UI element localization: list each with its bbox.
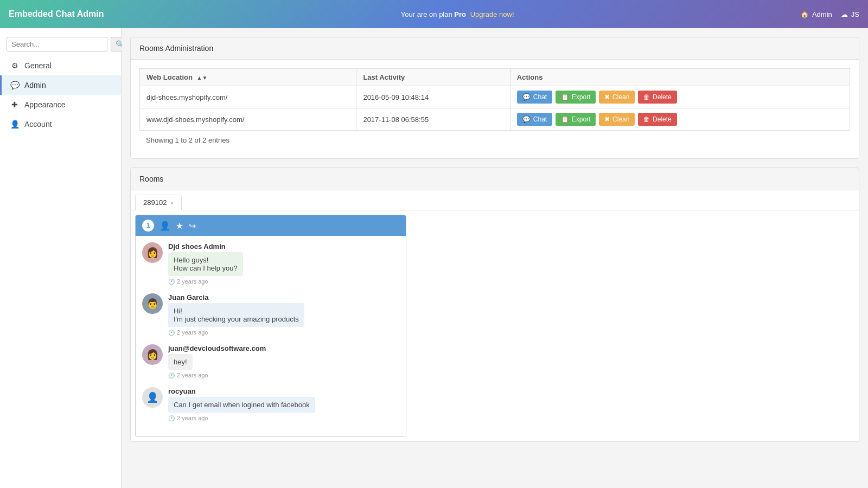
user-widget-icon[interactable]: 👤 [159,221,170,231]
clock-icon-4: 🕐 [168,415,175,421]
plus-icon: ✚ [10,100,19,109]
message-bubble-2: Hi!I'm just checking your amazing produc… [168,303,304,327]
chat-message-2: 👨 Juan Garcia Hi!I'm just checking your … [142,293,399,336]
cell-last-activity-2: 2017-11-08 06:58:55 [356,108,510,131]
clean-btn-icon-1: ✖ [604,93,610,101]
sidebar-item-account[interactable]: 👤 Account [0,114,121,134]
entries-info: Showing 1 to 2 of 2 entries [139,131,850,150]
chat-btn-icon-2: 💬 [522,115,531,123]
search-container: 🔍 [0,33,121,56]
message-time-2: 🕐 2 years ago [168,329,399,336]
message-author-3: juan@devcloudsoftware.com [168,344,399,352]
export-btn-icon-1: 📋 [561,93,569,101]
chat-button-2[interactable]: 💬 Chat [517,113,552,126]
avatar-juan: 👨 [142,293,163,314]
rooms-panel: Rooms 289102 × 1 👤 ★ ↪ [130,168,859,442]
chat-area: 1 👤 ★ ↪ 👩 Djd shoes Admin Hello g [131,210,859,441]
message-content-2: Juan Garcia Hi!I'm just checking your am… [168,293,399,336]
export-button-1[interactable]: 📋 Export [556,91,596,104]
upgrade-link[interactable]: Upgrade now! [470,10,514,18]
chat-button-1[interactable]: 💬 Chat [517,91,552,104]
delete-btn-icon-1: 🗑 [643,93,650,101]
sidebar: 🔍 ⚙ General 💬 Admin ✚ Appearance 👤 Accou… [0,28,122,488]
home-icon: 🏠 [800,10,809,18]
clock-icon-3: 🕐 [168,373,175,378]
delete-button-1[interactable]: 🗑 Delete [638,91,677,104]
table-row: djd-shoes.myshopify.com/ 2016-05-09 10:4… [140,86,850,108]
rooms-table-wrapper: Web Location ▲▼ Last Activity Actions [139,68,850,131]
plan-name: Pro [454,10,466,18]
sidebar-item-general[interactable]: ⚙ General [0,56,121,75]
clean-button-1[interactable]: ✖ Clean [599,91,635,104]
chat-widget-body: 👩 Djd shoes Admin Hello guys!How can I h… [136,236,406,436]
chat-message-4: 👤 rocyuan Can I get email when logined w… [142,387,399,421]
message-content-1: Djd shoes Admin Hello guys!How can I hel… [168,242,399,285]
tab-label: 289102 [143,198,167,207]
star-icon[interactable]: ★ [176,221,183,231]
navbar: Embedded Chat Admin Your are on plan Pro… [0,0,868,28]
clock-icon-2: 🕐 [168,330,175,336]
clean-btn-icon-2: ✖ [604,115,610,123]
rooms-admin-body: Web Location ▲▼ Last Activity Actions [131,60,859,158]
admin-label: Admin [812,10,832,18]
delete-button-2[interactable]: 🗑 Delete [638,113,677,126]
avatar-admin: 👩 [142,242,163,263]
delete-btn-icon-2: 🗑 [643,115,650,123]
col-last-activity[interactable]: Last Activity [356,69,510,86]
cell-web-location-1: djd-shoes.myshopify.com/ [140,86,356,108]
avatar-email: 👩 [142,344,163,365]
main-content: Rooms Administration Web Location ▲▼ Las [122,28,868,488]
room-tab-289102[interactable]: 289102 × [135,195,182,210]
search-input[interactable] [7,37,107,52]
chat-btn-icon-1: 💬 [522,93,531,101]
app-title: Embedded Chat Admin [9,9,104,19]
sidebar-label-general: General [24,61,52,70]
sidebar-label-appearance: Appearance [24,100,66,109]
chat-icon: 💬 [10,81,19,89]
sidebar-item-appearance[interactable]: ✚ Appearance [0,95,121,114]
message-time-3: 🕐 2 years ago [168,372,399,378]
message-author-1: Djd shoes Admin [168,242,399,251]
cell-web-location-2: www.djd-shoes.myshopify.com/ [140,108,356,131]
rooms-table: Web Location ▲▼ Last Activity Actions [139,68,850,131]
message-content-4: rocyuan Can I get email when logined wit… [168,387,399,421]
rooms-heading: Rooms [131,168,859,190]
user-icon: 👤 [10,120,19,129]
clock-icon-1: 🕐 [168,279,175,285]
plan-info: Your are on plan Pro Upgrade now! [401,10,514,18]
navbar-right: 🏠 Admin ☁ JS [800,10,859,18]
share-icon[interactable]: ↪ [189,221,196,231]
message-bubble-4: Can I get email when logined with facebo… [168,397,315,413]
sidebar-item-admin[interactable]: 💬 Admin [0,75,121,95]
message-author-4: rocyuan [168,387,399,395]
rooms-admin-panel: Rooms Administration Web Location ▲▼ Las [130,37,859,159]
js-nav-item[interactable]: ☁ JS [841,10,859,18]
chat-message-1: 👩 Djd shoes Admin Hello guys!How can I h… [142,242,399,285]
rooms-admin-heading: Rooms Administration [131,37,859,60]
export-btn-icon-2: 📋 [561,115,569,123]
message-author-2: Juan Garcia [168,293,399,301]
tab-close-icon[interactable]: × [170,200,173,206]
chat-message-3: 👩 juan@devcloudsoftware.com hey! 🕐 2 yea… [142,344,399,378]
sort-icon: ▲▼ [197,75,208,81]
admin-nav-item[interactable]: 🏠 Admin [800,10,832,18]
export-button-2[interactable]: 📋 Export [556,113,596,126]
avatar-rocyuan: 👤 [142,387,163,408]
message-time-1: 🕐 2 years ago [168,278,399,285]
cell-last-activity-1: 2016-05-09 10:48:14 [356,86,510,108]
tabs: 289102 × [131,190,859,210]
chat-count: 1 [142,220,154,232]
clean-button-2[interactable]: ✖ Clean [599,113,635,126]
chat-widget-header: 1 👤 ★ ↪ [136,215,406,236]
js-icon: ☁ [841,10,848,18]
col-web-location[interactable]: Web Location ▲▼ [140,69,356,86]
js-label: JS [851,10,859,18]
message-content-3: juan@devcloudsoftware.com hey! 🕐 2 years… [168,344,399,378]
layout: 🔍 ⚙ General 💬 Admin ✚ Appearance 👤 Accou… [0,28,868,488]
gear-icon: ⚙ [10,61,19,70]
message-bubble-3: hey! [168,354,193,370]
message-time-4: 🕐 2 years ago [168,415,399,421]
sidebar-label-admin: Admin [24,81,46,89]
plan-text: Your are on plan [401,10,452,18]
col-actions: Actions [510,69,850,86]
